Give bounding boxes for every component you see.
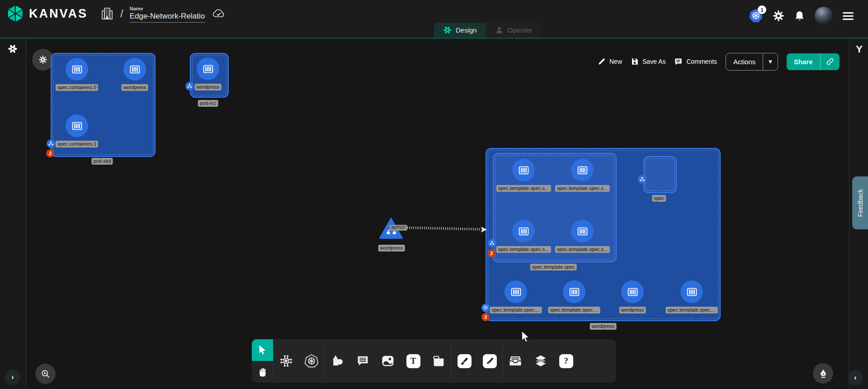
error-count-badge[interactable]: 2	[46, 149, 54, 157]
drawer-archive-tool[interactable]	[503, 354, 528, 368]
freehand-draw-tool[interactable]	[477, 354, 502, 368]
mouse-cursor	[521, 331, 531, 343]
component-integration-tool[interactable]	[274, 354, 299, 368]
node-spec.template.spec....[interactable]	[505, 280, 527, 303]
feedback-tab[interactable]: Feedback	[852, 176, 868, 229]
node-label: spec.template.spec.s...	[555, 185, 610, 192]
group-label: spec.template.spec	[530, 264, 577, 270]
node-spec.containers.1[interactable]	[66, 114, 88, 137]
group-label: pod-rcc	[198, 100, 218, 107]
image-tool[interactable]	[375, 354, 401, 368]
group-spec[interactable]	[643, 156, 677, 193]
share-badge-icon[interactable]	[638, 175, 646, 184]
kanvas-app: KANVAS / Name	[0, 0, 868, 389]
edge-service-to-deployment[interactable]	[401, 222, 489, 235]
node-spec.template.spec....[interactable]	[563, 280, 585, 303]
text-tool[interactable]: T	[401, 354, 426, 368]
node-label: spec.template.spec....	[666, 307, 718, 313]
share-badge-icon[interactable]	[488, 239, 496, 247]
comment-tool[interactable]	[350, 355, 375, 368]
node-spec.containers.0[interactable]	[66, 58, 88, 81]
sticky-note-tool[interactable]	[426, 355, 451, 368]
node-wordpress[interactable]	[621, 280, 644, 303]
node-wordpress[interactable]	[197, 57, 219, 80]
group-label: pod-skd	[91, 158, 113, 165]
node-label: spec.containers.1	[56, 141, 98, 147]
node-label: wordpress	[378, 245, 405, 251]
node-spec.template.spec....[interactable]	[680, 280, 703, 303]
share-badge-icon[interactable]	[185, 82, 194, 90]
pan-hand-tool[interactable]	[252, 361, 273, 383]
node-spec.template.spec.s...[interactable]	[571, 159, 594, 181]
node-label: spec.template.spec.s...	[496, 246, 551, 253]
share-badge-icon[interactable]	[47, 139, 55, 148]
node-spec.template.spec.s...[interactable]	[571, 220, 594, 242]
group-label: spec	[652, 195, 666, 202]
node-label: spec.containers.0	[56, 84, 98, 91]
node-label: spec.template.spec.s...	[496, 185, 551, 192]
pen-path-tool[interactable]	[452, 354, 477, 368]
node-label: wordpress	[619, 307, 646, 313]
node-label: wordpress	[195, 84, 222, 90]
node-spec.template.spec.s...[interactable]	[512, 159, 535, 181]
error-count-badge[interactable]: 3	[487, 249, 495, 257]
node-wordpress[interactable]	[123, 58, 146, 81]
node-spec.template.spec.s...[interactable]	[512, 220, 535, 242]
error-count-badge[interactable]: 3	[481, 313, 490, 321]
node-label: spec.template.spec....	[548, 307, 600, 313]
node-label: spec.template.spec.s...	[555, 246, 610, 253]
group-label: wordpress	[590, 323, 617, 330]
feedback-label: Feedback	[857, 189, 864, 217]
edge-label: 80/TCP	[390, 225, 407, 231]
help-tool[interactable]: ?	[553, 354, 579, 368]
layers-tool[interactable]	[528, 354, 553, 368]
select-cursor-tool[interactable]	[252, 339, 273, 361]
design-canvas[interactable]: pod-skdpod-rccwordpressspec.template.spe…	[0, 0, 868, 389]
shapes-tool[interactable]	[325, 354, 350, 368]
node-label: spec.template.spec....	[490, 307, 542, 313]
kubernetes-badge-icon[interactable]	[481, 304, 490, 312]
node-label: wordpress	[122, 84, 148, 91]
kubernetes-tool[interactable]	[299, 354, 324, 368]
canvas-toolbar: T	[252, 339, 616, 383]
